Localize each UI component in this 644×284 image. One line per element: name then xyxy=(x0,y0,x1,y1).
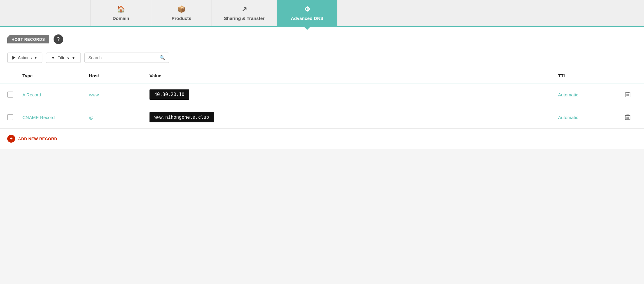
table-row: CNAME Record @ www.nihongoheta.club Auto… xyxy=(0,106,644,129)
tab-sharing[interactable]: ↗ Sharing & Transfer xyxy=(212,0,277,26)
tab-products[interactable]: 📦 Products xyxy=(151,0,212,26)
advanced-dns-icon: ⚙ xyxy=(304,5,310,13)
help-button[interactable]: ? xyxy=(54,34,63,44)
row2-checkbox[interactable] xyxy=(7,114,13,120)
filters-label: Filters xyxy=(58,55,69,60)
row2-type[interactable]: CNAME Record xyxy=(22,115,89,120)
actions-button[interactable]: Actions ▼ xyxy=(7,53,42,63)
row1-ttl: Automatic xyxy=(558,92,619,97)
play-icon xyxy=(12,56,15,60)
table-header: Type Host Value TTL xyxy=(0,68,644,83)
search-input[interactable] xyxy=(88,53,159,63)
domain-icon: 🏠 xyxy=(117,5,125,13)
add-new-record-button[interactable]: + ADD NEW RECORD xyxy=(7,135,57,143)
actions-caret-icon: ▼ xyxy=(34,56,37,60)
trash-icon xyxy=(625,92,630,98)
filters-caret-icon: ▼ xyxy=(71,55,76,60)
add-record-label: ADD NEW RECORD xyxy=(18,137,57,141)
tab-navigation: 🏠 Domain 📦 Products ↗ Sharing & Transfer… xyxy=(0,0,644,27)
records-table: Type Host Value TTL A Record www 40.30.2… xyxy=(0,68,644,149)
actions-label: Actions xyxy=(18,55,32,60)
row2-ttl: Automatic xyxy=(558,115,619,120)
row1-delete-button[interactable] xyxy=(619,92,637,98)
row2-delete-button[interactable] xyxy=(619,114,637,120)
toolbar: Actions ▼ ▼ Filters ▼ 🔍 xyxy=(0,49,644,68)
add-record-row: + ADD NEW RECORD xyxy=(0,129,644,149)
tab-domain[interactable]: 🏠 Domain xyxy=(91,0,151,26)
tab-domain-label: Domain xyxy=(113,16,129,21)
search-box: 🔍 xyxy=(84,53,169,63)
col-ttl-header: TTL xyxy=(558,73,619,78)
row1-type[interactable]: A Record xyxy=(22,92,89,97)
tab-advanced-dns[interactable]: ⚙ Advanced DNS xyxy=(277,0,337,26)
row2-host: @ xyxy=(89,115,150,120)
tab-products-label: Products xyxy=(172,16,191,21)
tab-sharing-label: Sharing & Transfer xyxy=(224,16,264,21)
tab-spacer xyxy=(0,0,91,26)
search-icon: 🔍 xyxy=(159,55,165,60)
col-host-header: Host xyxy=(89,73,150,78)
row1-host: www xyxy=(89,92,150,97)
row1-checkbox[interactable] xyxy=(7,92,13,98)
section-header: HOST RECORDS ? xyxy=(0,27,644,49)
filter-icon: ▼ xyxy=(51,56,55,60)
products-icon: 📦 xyxy=(177,5,186,13)
row2-value[interactable]: www.nihongoheta.club xyxy=(150,112,214,122)
trash-icon xyxy=(625,114,630,120)
col-type-header: Type xyxy=(22,73,89,78)
table-row: A Record www 40.30.20.10 Automatic xyxy=(0,83,644,106)
filters-button[interactable]: ▼ Filters ▼ xyxy=(46,53,81,63)
host-records-badge: HOST RECORDS xyxy=(7,35,49,44)
tab-advanced-dns-label: Advanced DNS xyxy=(291,16,324,21)
col-value-header: Value xyxy=(150,73,558,78)
plus-icon: + xyxy=(7,135,15,143)
sharing-icon: ↗ xyxy=(242,5,247,13)
row1-value[interactable]: 40.30.20.10 xyxy=(150,89,189,100)
